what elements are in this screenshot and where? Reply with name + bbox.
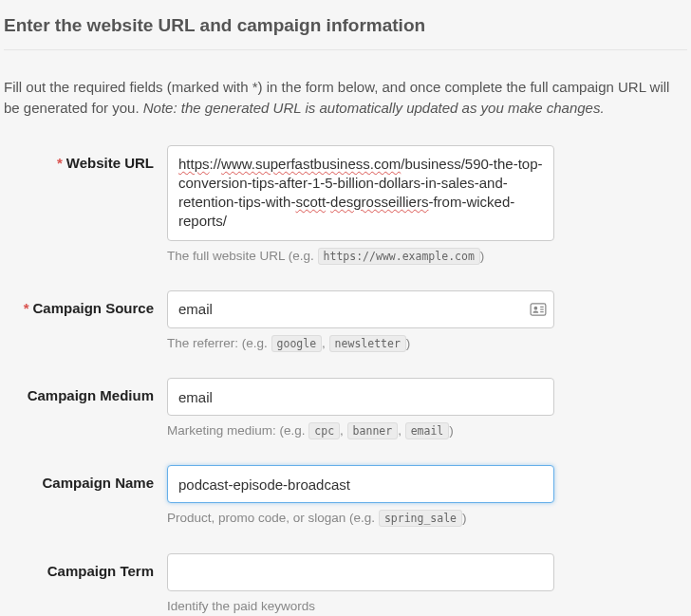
row-campaign-name: Campaign Name Product, promo code, or sl… [4, 465, 687, 543]
instructions-note: Note: the generated URL is automatically… [143, 100, 605, 116]
page-heading: Enter the website URL and campaign infor… [4, 0, 687, 50]
help-campaign-name: Product, promo code, or slogan (e.g. spr… [167, 509, 554, 528]
campaign-name-input[interactable] [167, 465, 554, 503]
campaign-source-input[interactable] [167, 290, 554, 328]
label-campaign-term: Campaign Term [4, 553, 167, 617]
label-campaign-medium: Campaign Medium [4, 378, 167, 456]
instructions: Fill out the required fields (marked wit… [4, 77, 687, 119]
help-campaign-term: Identify the paid keywords [167, 597, 554, 616]
help-campaign-source: The referrer: (e.g. google, newsletter) [167, 334, 554, 353]
required-marker: * [57, 155, 63, 171]
label-campaign-name: Campaign Name [4, 465, 167, 543]
label-text: Campaign Name [42, 475, 154, 491]
required-marker: * [24, 300, 29, 316]
label-website-url: *Website URL [4, 145, 167, 281]
svg-point-1 [534, 307, 538, 310]
row-campaign-source: *Campaign Source The referrer: (e. [4, 290, 687, 368]
campaign-term-input[interactable] [167, 553, 554, 591]
label-campaign-source: *Campaign Source [4, 290, 167, 368]
row-campaign-medium: Campaign Medium Marketing medium: (e.g. … [4, 378, 687, 456]
label-text: Website URL [66, 155, 154, 171]
campaign-medium-input[interactable] [167, 378, 554, 416]
label-text: Campaign Term [47, 563, 154, 579]
help-website-url: The full website URL (e.g. https://www.e… [167, 247, 554, 266]
help-campaign-medium: Marketing medium: (e.g. cpc, banner, ema… [167, 421, 554, 440]
row-website-url: *Website URL https://www.superfastbusine… [4, 145, 687, 281]
website-url-input[interactable]: https://www.superfastbusiness.com/busine… [167, 145, 554, 241]
row-campaign-term: Campaign Term Identify the paid keywords [4, 553, 687, 617]
contact-card-icon [530, 303, 547, 316]
label-text: Campaign Medium [28, 387, 154, 403]
label-text: Campaign Source [32, 300, 154, 316]
